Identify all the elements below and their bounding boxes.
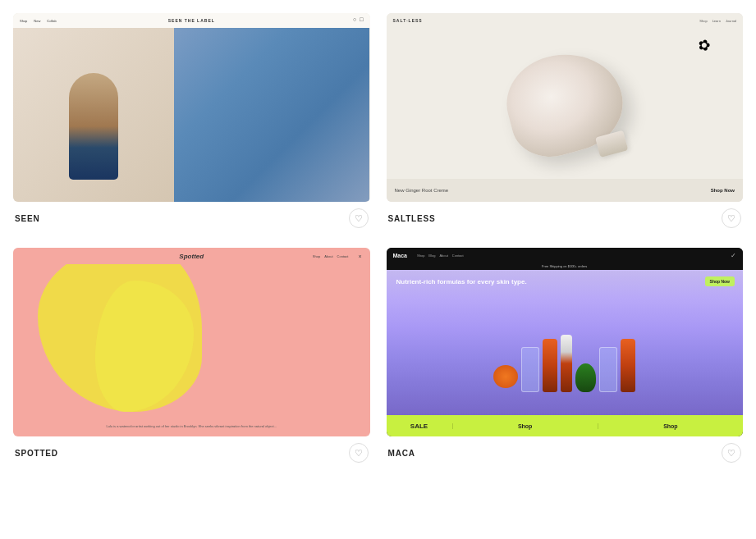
saltless-nav-learn: Learn xyxy=(712,19,721,23)
maca-orange-fruit xyxy=(493,365,518,388)
saltless-card-title: SALTLESS xyxy=(388,214,436,223)
saltless-preview-image: SALT·LESS Shop Learn Journal ✿ New Ginge… xyxy=(387,13,744,202)
seen-nav-collab: Collab xyxy=(47,19,56,23)
maca-shop-now-button: Shop Now xyxy=(705,276,735,286)
maca-top-banner: Free Shipping on $100+ orders xyxy=(387,263,744,270)
saltless-main-area: ✿ xyxy=(387,28,744,179)
seen-card-title: SEEN xyxy=(15,214,39,223)
saltless-product-object xyxy=(497,41,633,166)
spotted-favorite-button[interactable]: ♡ xyxy=(349,443,369,463)
card-maca: Maca Shop Blog About Contact ✓ Free Ship… xyxy=(387,248,744,466)
saltless-product-name: New Ginger Root Creme xyxy=(395,188,449,193)
maca-bottom-bar: SALE Shop Shop xyxy=(387,415,744,436)
maca-preview-image: Maca Shop Blog About Contact ✓ Free Ship… xyxy=(387,248,744,436)
spotted-nav: Spotted Shop About Contact × xyxy=(13,248,370,264)
maca-bottle-2 xyxy=(621,339,635,392)
seen-website-preview: Shop New Collab SEEN THE LABEL ○ □ xyxy=(13,13,370,202)
saltless-brand: SALT·LESS xyxy=(393,18,423,23)
seen-model-figure xyxy=(69,73,118,180)
spotted-description-text: Lulu is a watercolor artist working out … xyxy=(13,424,370,428)
card-seen: Shop New Collab SEEN THE LABEL ○ □ SEEN … xyxy=(13,13,370,231)
seen-search-icon: ○ xyxy=(353,16,356,22)
maca-nav-shop: Shop xyxy=(417,254,424,258)
seen-nav-icons: ○ □ xyxy=(353,16,363,22)
spotted-main-area: Lulu is a watercolor artist working out … xyxy=(13,264,370,436)
spotted-card-title: SPOTTED xyxy=(15,449,58,458)
spotted-card-footer: SPOTTED ♡ xyxy=(13,436,370,466)
seen-bag-icon: □ xyxy=(360,16,363,22)
maca-nav-about: About xyxy=(439,254,447,258)
maca-headline-text: Nutrient-rich formulas for every skin ty… xyxy=(387,270,744,290)
maca-card-title: MACA xyxy=(388,449,415,458)
maca-bottle-dropper xyxy=(561,335,572,392)
spotted-nav-about: About xyxy=(324,254,332,258)
seen-left-panel xyxy=(13,28,174,202)
saltless-nav: SALT·LESS Shop Learn Journal xyxy=(387,13,744,28)
spotted-preview-image: Spotted Shop About Contact × Lulu is a w… xyxy=(13,248,370,436)
seen-brand: SEEN THE LABEL xyxy=(168,18,215,23)
saltless-nav-shop: Shop xyxy=(699,19,707,23)
seen-nav-new: New xyxy=(34,19,40,23)
seen-preview-image: Shop New Collab SEEN THE LABEL ○ □ xyxy=(13,13,370,202)
saltless-shop-now-label: Shop Now xyxy=(711,188,735,193)
maca-card-footer: MACA ♡ xyxy=(387,436,744,466)
saltless-nav-journal: Journal xyxy=(726,19,736,23)
maca-bottle-1 xyxy=(543,339,557,392)
saltless-bottom-bar: New Ginger Root Creme Shop Now xyxy=(387,179,744,202)
maca-nav-links: Shop Blog About Contact xyxy=(417,254,464,258)
saltless-card-footer: SALTLESS ♡ xyxy=(387,202,744,231)
maca-sale-label: SALE xyxy=(387,423,452,430)
card-saltless: SALT·LESS Shop Learn Journal ✿ New Ginge… xyxy=(387,13,744,231)
maca-website-preview: Maca Shop Blog About Contact ✓ Free Ship… xyxy=(387,248,744,436)
spotted-website-preview: Spotted Shop About Contact × Lulu is a w… xyxy=(13,248,370,436)
maca-shop-label-1: Shop xyxy=(452,423,598,429)
seen-card-footer: SEEN ♡ xyxy=(13,202,370,231)
gallery-grid: Shop New Collab SEEN THE LABEL ○ □ SEEN … xyxy=(13,13,743,466)
maca-hero-section: Nutrient-rich formulas for every skin ty… xyxy=(387,270,744,415)
maca-nav-blog: Blog xyxy=(428,254,435,258)
saltless-favorite-button[interactable]: ♡ xyxy=(722,208,741,228)
maca-brand: Maca xyxy=(393,253,408,258)
maca-glass-2 xyxy=(599,347,617,392)
spotted-brand: Spotted xyxy=(179,253,204,260)
seen-favorite-button[interactable]: ♡ xyxy=(349,208,369,228)
maca-glass-1 xyxy=(521,347,539,392)
spotted-nav-links: Shop About Contact xyxy=(313,254,349,258)
maca-nav: Maca Shop Blog About Contact ✓ xyxy=(387,248,744,263)
maca-nav-contact: Contact xyxy=(452,254,464,258)
maca-avocado-fruit xyxy=(575,363,596,392)
seen-denim-panel xyxy=(174,28,370,202)
spotted-nav-contact: Contact xyxy=(337,254,349,258)
spotted-close-icon: × xyxy=(358,254,361,259)
maca-favorite-button[interactable]: ♡ xyxy=(722,443,741,463)
saltless-website-preview: SALT·LESS Shop Learn Journal ✿ New Ginge… xyxy=(387,13,744,202)
maca-products-display xyxy=(387,327,744,392)
maca-nav-icon: ✓ xyxy=(731,252,736,259)
spotted-nav-shop: Shop xyxy=(313,254,320,258)
maca-shop-label-2: Shop xyxy=(598,423,743,429)
seen-nav-shop: Shop xyxy=(20,19,27,23)
saltless-nav-links: Shop Learn Journal xyxy=(699,19,736,23)
card-spotted: Spotted Shop About Contact × Lulu is a w… xyxy=(13,248,370,466)
saltless-flowers-decoration: ✿ xyxy=(695,34,712,55)
seen-nav: Shop New Collab SEEN THE LABEL ○ □ xyxy=(13,13,370,28)
